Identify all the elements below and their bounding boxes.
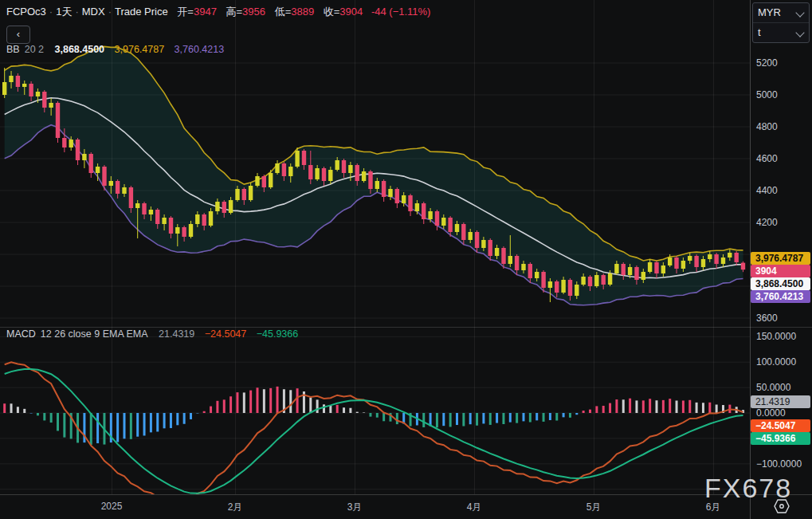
candle-body [648,262,652,272]
candle-body [135,203,139,208]
candle-body [162,218,166,224]
symbol-header: FCPOc3·1天·MDX·Trade Price 开=3947 高=3956 … [6,5,430,19]
last-price-tag: 3904 [751,265,810,277]
candle-body [36,92,40,96]
candle-body [116,181,120,194]
candle-body [62,138,66,147]
macd-hist-value: 21.4319 [159,328,194,340]
candle-body [382,181,386,197]
candle-body [614,264,618,273]
candle-body [469,232,473,240]
bb-upper-value: 3,976.4787 [115,44,165,55]
candle-body [428,211,432,219]
bb-upper-tag: 3,976.4787 [751,252,810,265]
candle-body [9,76,13,82]
macd-signal-value: −45.9366 [257,328,298,340]
candle-body [342,160,346,173]
candle-body [96,167,100,173]
candle-body [508,256,512,264]
candle-body [362,171,366,181]
candle-body [681,261,685,269]
price-tick: 5000 [756,88,778,101]
candle-body [548,281,552,288]
candle-body [368,171,372,189]
time-label: 6月 [706,501,721,514]
currency-dropdown[interactable]: MYR [753,3,809,22]
candle-body [2,82,6,95]
candle-body [581,277,585,285]
candle-body [375,181,379,189]
candle-body [541,272,545,288]
candle-body [229,200,233,213]
candle-body [714,254,718,264]
exchange-label: MDX [82,6,105,18]
candle-body [488,240,492,256]
candle-body [42,92,46,108]
macd-legend: MACD12 26 close 9 EMA EMA 21.4319 −24.50… [6,328,305,340]
candle-body [182,227,186,237]
symbol-name[interactable]: FCPOc3 [6,6,46,18]
macd-tick: 0.0000 [756,407,786,419]
time-label: 2025 [101,501,123,512]
provider-logo-icon[interactable] [774,499,790,513]
candle-body [76,140,80,160]
back-button[interactable]: ‹ [6,26,30,44]
macd-line [5,362,743,494]
candle-body [302,151,306,165]
candle-body [721,258,725,264]
macd-tick: 150.0000 [756,330,796,343]
candle-body [202,214,206,226]
candle-body [422,203,426,219]
candle-body [49,103,53,108]
candle-body [262,176,266,187]
candle-body [602,275,606,285]
candle-body [594,275,598,286]
open-label: 开= [177,6,194,18]
price-axis[interactable]: MYR t 5200500048004600440042003600150.00… [750,0,812,494]
macd-tick: 100.0000 [756,356,796,368]
macd-tick: −100.0000 [756,458,802,470]
candle-body [22,84,26,87]
candle-body [242,189,246,200]
candle-body [708,254,712,259]
low-label: 低= [275,6,292,18]
low-value: 3889 [291,6,314,18]
chart-canvas[interactable] [0,0,750,494]
bb-fill [5,46,743,305]
pane-divider[interactable] [0,327,812,328]
candle-body [102,167,106,186]
price-tick: 4200 [756,216,778,229]
time-axis[interactable]: 20252月3月4月5月6月 [0,494,812,519]
candle-body [215,202,219,211]
candle-body [661,265,665,273]
candle-body [175,227,179,234]
candle-body [654,262,658,273]
price-tick: 4600 [756,152,778,165]
candle-body [189,224,193,237]
candle-body [295,151,299,167]
candle-body [568,280,572,296]
candle-body [69,140,73,147]
candle-body [435,211,439,226]
macd-name: MACD [6,328,36,340]
candle-body [521,264,525,270]
candle-body [561,280,565,293]
high-value: 3956 [242,6,265,18]
candle-body [668,258,672,265]
macd-line-value: −24.5047 [205,328,246,340]
price-tick: 4800 [756,120,778,133]
candle-body [335,160,339,170]
close-label: 收= [324,6,340,18]
candle-body [275,163,279,173]
candle-body [641,272,645,280]
candle-body [235,189,239,200]
macd-hist-tag: 21.4319 [751,395,810,408]
candle-body [622,264,626,275]
candle-body [634,267,638,280]
unit-dropdown[interactable]: t [753,22,809,42]
candle-body [288,167,292,176]
candle-body [269,173,273,187]
interval-label[interactable]: 1天 [56,6,72,18]
chevron-down-icon [795,8,804,17]
bb-lower-value: 3,760.4213 [175,44,225,55]
